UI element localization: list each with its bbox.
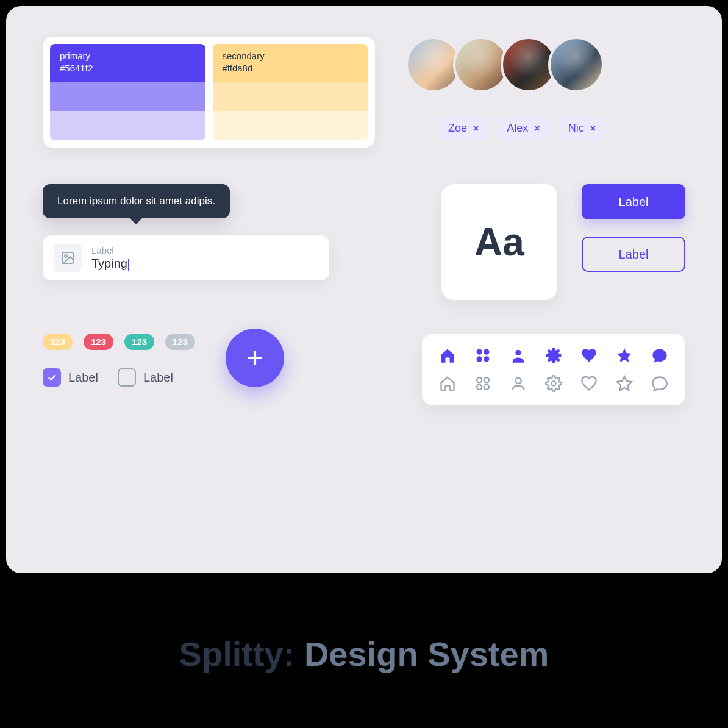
home-icon (439, 347, 456, 364)
svg-point-12 (552, 382, 556, 386)
svg-point-7 (477, 377, 482, 382)
primary-hex: #5641f2 (60, 62, 196, 74)
typography-sample: Aa (474, 219, 524, 265)
badge-yellow: 123 (43, 334, 73, 350)
svg-point-1 (65, 255, 67, 257)
badge-group: 123 123 123 123 (43, 334, 195, 350)
user-icon (510, 375, 527, 392)
check-icon (43, 368, 61, 387)
checkbox-unchecked[interactable]: Label (118, 368, 173, 387)
chip-nic[interactable]: Nic × (560, 117, 604, 140)
close-icon[interactable]: × (473, 123, 479, 134)
svg-point-5 (484, 356, 489, 362)
input-value: Typing (91, 257, 318, 271)
grid-icon (474, 375, 491, 392)
secondary-swatch-column: secondary #ffda8d (213, 44, 368, 140)
svg-point-6 (515, 350, 521, 355)
checkbox-empty-icon (118, 368, 136, 387)
checkbox-label: Label (68, 371, 98, 385)
tooltip-text: Lorem ipsum dolor sit amet adipis. (57, 195, 215, 207)
fab-add-button[interactable] (226, 329, 284, 387)
gear-icon (545, 375, 562, 392)
checkbox-checked[interactable]: Label (43, 368, 98, 387)
tooltip: Lorem ipsum dolor sit amet adipis. (43, 184, 230, 218)
image-icon (54, 244, 82, 272)
heart-icon (580, 347, 598, 364)
secondary-label: secondary (223, 50, 359, 62)
text-cursor (128, 259, 129, 271)
badge-grey: 123 (165, 334, 195, 350)
svg-point-3 (484, 349, 489, 355)
outline-button[interactable]: Label (582, 237, 685, 272)
home-icon (439, 375, 456, 392)
avatar-group (405, 37, 604, 93)
svg-point-11 (515, 378, 521, 384)
title-brand: Splitty: (179, 635, 295, 673)
checkbox-label: Label (143, 371, 173, 385)
user-icon (510, 347, 527, 364)
secondary-tint-3 (213, 111, 368, 140)
primary-tint-3 (50, 111, 205, 140)
badge-red: 123 (84, 334, 113, 350)
design-system-canvas: primary #5641f2 secondary #ffda8d (6, 6, 722, 573)
icon-set-card (422, 334, 685, 405)
close-icon[interactable]: × (590, 123, 596, 134)
secondary-swatch: secondary #ffda8d (213, 44, 368, 82)
typography-card: Aa (441, 184, 557, 300)
icon-row-solid (439, 347, 668, 364)
chip-alex[interactable]: Alex × (498, 117, 548, 140)
chat-icon (651, 347, 668, 364)
primary-tint-2 (50, 82, 205, 111)
button-label: Label (619, 248, 649, 262)
secondary-tint-2 (213, 82, 368, 111)
chip-zoe[interactable]: Zoe × (440, 117, 487, 140)
avatar[interactable] (548, 37, 604, 93)
chip-label: Nic (568, 122, 584, 135)
heart-icon (580, 375, 598, 392)
svg-point-2 (477, 349, 482, 355)
close-icon[interactable]: × (534, 123, 540, 134)
badge-green: 123 (124, 334, 154, 350)
grid-icon (474, 347, 491, 364)
svg-point-10 (484, 385, 489, 390)
primary-swatch-column: primary #5641f2 (50, 44, 205, 140)
chip-label: Zoe (448, 122, 467, 135)
color-palette-card: primary #5641f2 secondary #ffda8d (43, 37, 375, 148)
secondary-hex: #ffda8d (223, 62, 359, 74)
chip-group: Zoe × Alex × Nic × (440, 117, 604, 140)
chip-label: Alex (507, 122, 528, 135)
gear-icon (545, 347, 562, 364)
svg-point-4 (477, 356, 482, 362)
star-icon (616, 375, 633, 392)
title-rest: Design System (304, 635, 549, 673)
chat-icon (651, 375, 668, 392)
text-input[interactable]: Label Typing (43, 235, 329, 280)
star-icon (616, 347, 633, 364)
plus-icon (243, 346, 267, 370)
primary-button[interactable]: Label (582, 184, 685, 219)
icon-row-outline (439, 375, 668, 392)
primary-swatch: primary #5641f2 (50, 44, 205, 82)
svg-point-9 (477, 385, 482, 390)
button-label: Label (619, 195, 649, 209)
page-title: Splitty: Design System (179, 634, 549, 674)
svg-point-8 (484, 377, 489, 382)
page-title-bar: Splitty: Design System (0, 579, 728, 728)
primary-label: primary (60, 50, 196, 62)
input-label: Label (91, 245, 318, 255)
